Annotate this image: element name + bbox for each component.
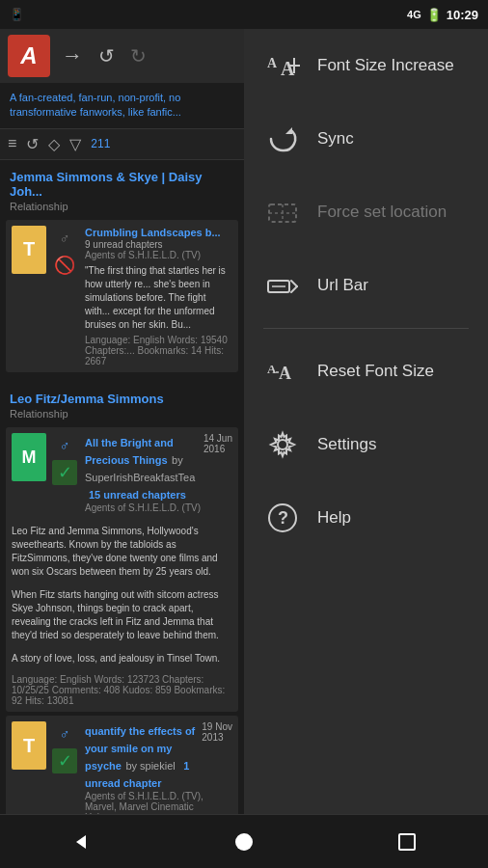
menu-item-help[interactable]: ? Help	[244, 481, 488, 555]
notification-icon: 📱	[10, 8, 24, 21]
fic-info-1: Crumbling Landscapes b... 9 unread chapt…	[85, 226, 232, 366]
fic-info-2: All the Bright and Precious Things by Su…	[85, 433, 232, 513]
sync-icon	[263, 120, 302, 158]
back-nav-button[interactable]	[52, 823, 110, 861]
forward-button[interactable]: →	[58, 40, 87, 72]
fic-complete-icon-3: ✓	[52, 748, 77, 773]
menu-divider	[263, 328, 469, 329]
fic-summary-2c: A story of love, loss, and jealousy in T…	[12, 652, 232, 665]
fic-icons-3: ♂ ✓	[52, 721, 79, 773]
svg-marker-4	[285, 127, 292, 134]
settings-icon	[263, 425, 302, 464]
main-content-panel: A → ↺ ↻ A fan-created, fan-run, non-prof…	[0, 29, 244, 868]
svg-text:?: ?	[278, 508, 288, 528]
svg-marker-18	[76, 835, 86, 849]
section-author-2: Leo Fitz/Jemma Simmons	[0, 388, 244, 408]
fic-gender-icon-2: ♂	[52, 433, 77, 458]
svg-line-11	[291, 286, 297, 292]
help-label: Help	[317, 508, 351, 528]
fic-chapters-1: 9 unread chapters	[85, 239, 232, 250]
refresh-icon[interactable]: ↺	[26, 135, 39, 153]
site-description: A fan-created, fan-run, non-profit, no t…	[0, 83, 244, 129]
fic-gender-icon-3: ♂	[52, 721, 77, 746]
menu-item-force-location[interactable]: Force set location	[244, 176, 488, 249]
svg-text:A: A	[279, 364, 291, 383]
svg-line-10	[291, 281, 297, 286]
fic-info-3: quantify the effects of your smile on my…	[85, 721, 232, 823]
force-location-label: Force set location	[317, 203, 447, 222]
menu-item-settings[interactable]: Settings	[244, 408, 488, 481]
recents-nav-button[interactable]	[378, 823, 436, 861]
reset-font-label: Reset Font Size	[317, 362, 434, 381]
svg-text:A: A	[281, 58, 295, 79]
fic-complete-icon-2: ✓	[52, 460, 77, 485]
force-location-icon	[263, 193, 302, 231]
font-increase-icon: A A	[263, 46, 302, 85]
url-bar-icon	[263, 266, 302, 305]
fic-icons-1: ♂ 🚫	[52, 226, 79, 366]
fic-fandom-1: Agents of S.H.I.E.L.D. (TV)	[85, 250, 232, 260]
battery-icon: 🔋	[426, 8, 442, 22]
time-display: 10:29	[447, 8, 478, 22]
fic-date-3: 19 Nov2013	[202, 721, 232, 743]
fic-icons-2: ♂ ✓	[52, 433, 79, 485]
section-author-1: Jemma Simmons & Skye | Daisy Joh...	[0, 166, 244, 201]
fic-fandom-2: Agents of S.H.I.E.L.D. (TV)	[85, 502, 232, 513]
fic-thumb-2: M	[12, 433, 46, 481]
fic-section-1: Jemma Simmons & Skye | Daisy Joh... Rela…	[0, 160, 244, 382]
fic-status-icon: 🚫	[52, 253, 77, 278]
fic-summary-2b: When Fitz starts hanging out with sitcom…	[12, 588, 232, 642]
menu-item-font-increase[interactable]: A A Font Size Increase	[244, 29, 488, 102]
fic-section-2: Leo Fitz/Jemma Simmons Relationship M ♂ …	[0, 382, 244, 868]
svg-rect-20	[399, 834, 415, 850]
fic-thumb-3: T	[12, 721, 46, 770]
help-icon: ?	[263, 499, 302, 537]
filter-icon[interactable]: ▽	[69, 135, 81, 153]
reset-font-icon: A A	[263, 352, 302, 391]
bottom-navigation	[0, 814, 488, 868]
url-bar-label: Url Bar	[317, 276, 368, 295]
svg-text:A: A	[267, 56, 278, 70]
fic-meta-1: Language: English Words: 19540 Chapters:…	[85, 335, 232, 366]
refresh-button[interactable]: ↺	[95, 41, 119, 71]
fic-summary-1: "The first thing that startles her is ho…	[85, 264, 232, 332]
menu-item-url-bar[interactable]: Url Bar	[244, 249, 488, 322]
fic-list-scroll[interactable]: Jemma Simmons & Skye | Daisy Joh... Rela…	[0, 160, 244, 868]
menu-item-sync[interactable]: Sync	[244, 102, 488, 176]
fic-summary-2: Leo Fitz and Jemma Simmons, Hollywood's …	[12, 525, 232, 579]
fic-item-1[interactable]: T ♂ 🚫 Crumbling Landscapes b... 9 unread…	[6, 220, 238, 372]
fic-gender-icon: ♂	[52, 226, 77, 251]
settings-label: Settings	[317, 435, 376, 454]
signal-indicator: 4G	[407, 9, 421, 20]
section-type-1: Relationship	[0, 201, 244, 216]
bookmark-icon[interactable]: ◇	[48, 135, 60, 153]
svg-text:A: A	[267, 362, 277, 376]
fic-thumb-1: T	[12, 226, 46, 274]
status-bar: 📱 4G 🔋 10:29	[0, 0, 488, 29]
fic-title-2: All the Bright and Precious Things	[85, 437, 174, 466]
list-view-icon[interactable]: ≡	[8, 135, 16, 152]
fic-unread-2: 15 unread chapters	[89, 489, 186, 501]
font-increase-label: Font Size Increase	[317, 56, 454, 75]
secondary-toolbar: ≡ ↺ ◇ ▽ 211	[0, 129, 244, 160]
dropdown-overlay: A A Font Size Increase Sync	[244, 29, 488, 868]
app-logo[interactable]: A	[8, 35, 50, 77]
count-badge: 211	[91, 137, 110, 150]
dropdown-menu: A A Font Size Increase Sync	[244, 29, 488, 555]
sync-label: Sync	[317, 129, 354, 149]
fic-title-1: Crumbling Landscapes b...	[85, 226, 232, 239]
section-type-2: Relationship	[0, 408, 244, 423]
fic-meta-2: Language: English Words: 123723 Chapters…	[12, 674, 232, 706]
home-nav-button[interactable]	[215, 823, 273, 861]
fic-date-2: 14 Jun2016	[203, 433, 232, 454]
fic-author-3: by spiekiel	[125, 760, 175, 772]
fic-item-2[interactable]: M ♂ ✓ All the Bright and Precious Things…	[6, 427, 238, 712]
back2-button[interactable]: ↻	[126, 41, 150, 71]
top-toolbar: A → ↺ ↻	[0, 29, 244, 83]
svg-point-19	[235, 833, 253, 851]
menu-item-reset-font[interactable]: A A Reset Font Size	[244, 335, 488, 408]
